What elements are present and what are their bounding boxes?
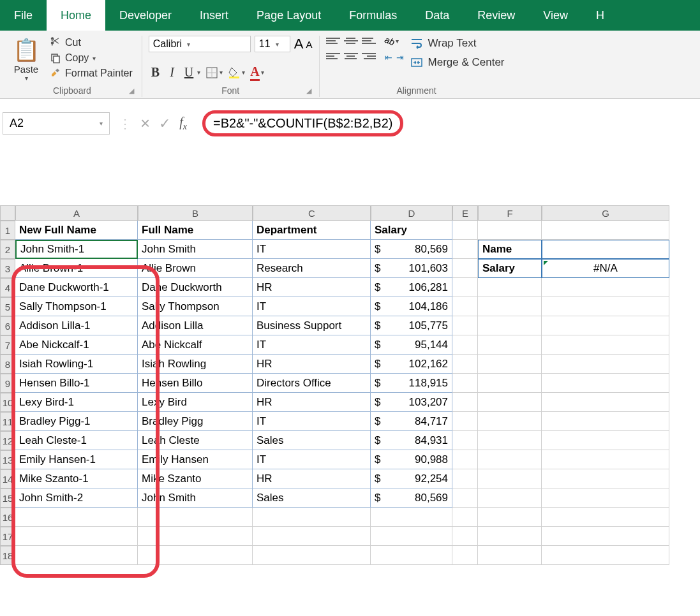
cell[interactable]: Sally Thompson xyxy=(138,297,253,316)
cell[interactable]: Sally Thompson-1 xyxy=(15,297,138,316)
cell[interactable]: John Smith-2 xyxy=(15,488,138,508)
col-header[interactable]: A xyxy=(15,205,138,221)
cell[interactable]: Hensen Billo-1 xyxy=(15,374,138,393)
select-all-corner[interactable] xyxy=(0,205,15,221)
cell[interactable]: Isiah Rowling xyxy=(138,355,253,374)
cell[interactable]: IT xyxy=(253,335,371,355)
cell[interactable] xyxy=(542,278,669,297)
cell[interactable] xyxy=(478,335,542,355)
cell[interactable]: $106,281 xyxy=(371,278,452,297)
fill-color-button[interactable]: ▾ xyxy=(228,66,245,79)
cell[interactable] xyxy=(478,527,542,546)
cell[interactable] xyxy=(253,508,371,527)
italic-button[interactable]: I xyxy=(167,64,177,81)
font-size-select[interactable]: 11▾ xyxy=(255,36,290,52)
tab-data[interactable]: Data xyxy=(411,0,463,31)
cell[interactable]: $92,254 xyxy=(371,469,452,488)
cell[interactable] xyxy=(542,527,669,546)
border-button[interactable]: ▾ xyxy=(205,66,223,79)
cell[interactable] xyxy=(542,374,669,393)
cell[interactable] xyxy=(452,240,478,259)
cell[interactable] xyxy=(452,355,478,374)
cut-button[interactable]: Cut xyxy=(50,37,133,48)
lookup-salary-value[interactable]: #N/A xyxy=(542,259,669,278)
cell[interactable] xyxy=(15,508,138,527)
cell[interactable] xyxy=(542,297,669,316)
tab-home[interactable]: Home xyxy=(47,0,105,31)
align-top-button[interactable] xyxy=(326,36,340,46)
col-header[interactable]: E xyxy=(452,205,478,221)
copy-button[interactable]: Copy ▾ xyxy=(50,52,133,64)
cell[interactable]: Abe Nickcalf xyxy=(138,335,253,355)
cell[interactable] xyxy=(478,278,542,297)
cell[interactable] xyxy=(478,355,542,374)
cell[interactable]: IT xyxy=(253,240,371,259)
cell[interactable] xyxy=(542,355,669,374)
align-right-button[interactable] xyxy=(362,51,376,61)
cell[interactable] xyxy=(452,297,478,316)
cell[interactable] xyxy=(478,431,542,450)
chevron-down-icon[interactable]: ▾ xyxy=(25,75,28,82)
align-middle-button[interactable] xyxy=(344,36,358,46)
cell[interactable]: Mike Szanto-1 xyxy=(15,469,138,488)
cell[interactable]: HR xyxy=(253,393,371,412)
cell[interactable] xyxy=(542,431,669,450)
cancel-formula-button[interactable]: × xyxy=(140,114,150,133)
tab-insert[interactable]: Insert xyxy=(186,0,242,31)
cell[interactable]: Addison Lilla-1 xyxy=(15,316,138,335)
col-header[interactable]: G xyxy=(542,205,669,221)
cell[interactable]: $105,775 xyxy=(371,316,452,335)
row-header[interactable]: 12 xyxy=(0,431,15,450)
cell[interactable]: $80,569 xyxy=(371,488,452,508)
lookup-name-label[interactable]: Name xyxy=(478,240,542,259)
cell[interactable] xyxy=(452,335,478,355)
cell[interactable]: Leah Cleste-1 xyxy=(15,431,138,450)
merge-center-button[interactable]: Merge & Center xyxy=(410,56,505,69)
chevron-down-icon[interactable]: ▾ xyxy=(220,69,223,76)
cell[interactable] xyxy=(542,221,669,240)
decrease-indent-button[interactable]: ⇤ xyxy=(385,52,392,62)
cell[interactable]: Allie Brown-1 xyxy=(15,259,138,278)
cell[interactable] xyxy=(542,316,669,335)
wrap-text-button[interactable]: Wrap Text xyxy=(410,37,505,50)
tab-file[interactable]: File xyxy=(0,0,47,31)
cell[interactable] xyxy=(452,546,478,565)
tab-formulas[interactable]: Formulas xyxy=(335,0,411,31)
align-center-button[interactable] xyxy=(344,51,358,61)
cell[interactable]: Hensen Billo xyxy=(138,374,253,393)
row-header[interactable]: 3 xyxy=(0,259,15,278)
cell[interactable] xyxy=(478,508,542,527)
cell[interactable] xyxy=(452,450,478,469)
cell[interactable] xyxy=(452,316,478,335)
cell[interactable] xyxy=(542,546,669,565)
cell[interactable] xyxy=(542,488,669,508)
cell[interactable]: Bradley Pigg xyxy=(138,412,253,431)
cell[interactable]: Allie Brown xyxy=(138,259,253,278)
cell[interactable] xyxy=(478,412,542,431)
cell[interactable] xyxy=(452,431,478,450)
cell[interactable] xyxy=(452,469,478,488)
col-header[interactable]: F xyxy=(478,205,542,221)
align-left-button[interactable] xyxy=(326,51,340,61)
format-painter-button[interactable]: Format Painter xyxy=(50,68,133,79)
align-bottom-button[interactable] xyxy=(362,36,376,46)
spreadsheet-grid[interactable]: 1 2 3 4 5 6 7 8 9 10 11 12 13 14 15 16 1… xyxy=(0,205,700,565)
cell[interactable]: Salary xyxy=(371,221,452,240)
cell[interactable] xyxy=(371,546,452,565)
cell[interactable]: John Smith xyxy=(138,240,253,259)
tab-page-layout[interactable]: Page Layout xyxy=(242,0,335,31)
cell[interactable]: IT xyxy=(253,450,371,469)
increase-indent-button[interactable]: ⇥ xyxy=(396,52,404,62)
cell[interactable]: $102,162 xyxy=(371,355,452,374)
row-header[interactable]: 2 xyxy=(0,240,15,259)
row-header[interactable]: 16 xyxy=(0,508,15,527)
cell[interactable] xyxy=(542,412,669,431)
lookup-salary-label[interactable]: Salary xyxy=(478,259,542,278)
row-header[interactable]: 18 xyxy=(0,546,15,565)
cell[interactable] xyxy=(15,527,138,546)
orientation-button[interactable]: ab ▾ xyxy=(385,36,404,46)
cell[interactable]: Dane Duckworth-1 xyxy=(15,278,138,297)
cell[interactable]: HR xyxy=(253,469,371,488)
cell[interactable]: Leah Cleste xyxy=(138,431,253,450)
cell[interactable] xyxy=(452,374,478,393)
